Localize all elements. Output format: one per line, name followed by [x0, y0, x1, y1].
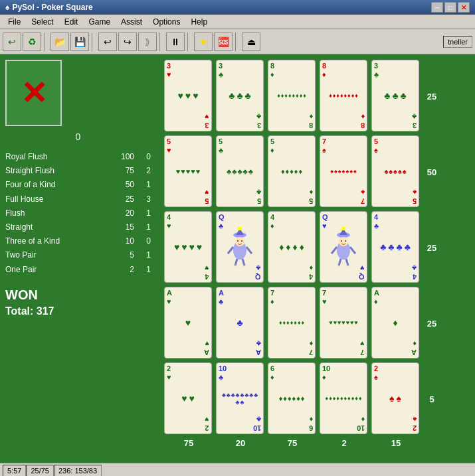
tool-star[interactable]: ★ — [194, 33, 213, 51]
tool-pause[interactable]: ⏸ — [166, 33, 185, 51]
card-3[interactable]: 8♦♦♦♦♦♦♦♦♦8♦ — [320, 60, 367, 131]
card-18[interactable]: 7♥♥♥♥♥♥♥♥7♥ — [320, 287, 367, 358]
card-pip: ♥ — [191, 167, 195, 175]
card-pip: ♦ — [279, 319, 282, 326]
row-score-1: 25 — [425, 60, 439, 133]
score-pts-fullhouse: 25 — [111, 193, 134, 206]
card-17[interactable]: 7♦♦♦♦♦♦♦♦7♦ — [268, 287, 316, 358]
toolbar: ↩ ♻ 📂 💾 ↩ ↪ ⟫ ⏸ ★ 🆘 ⏏ tneller — [0, 29, 475, 54]
menu-options[interactable]: Options — [147, 16, 185, 28]
tool-exit[interactable]: ⏏ — [242, 33, 260, 51]
card-pip: ♦ — [283, 319, 286, 326]
empty-card-slot[interactable]: ✕ — [5, 60, 62, 126]
tool-redo[interactable]: ↪ — [118, 33, 137, 51]
card-pip: ♦ — [329, 92, 332, 99]
card-8[interactable]: 7♠♠♠♠♠♠♠♠7♠ — [320, 135, 367, 207]
card-12[interactable]: 4♦♦♦♦♦4♦ — [268, 211, 316, 283]
minimize-button[interactable]: ─ — [431, 2, 443, 13]
card-pip: ♦ — [329, 395, 332, 402]
right-panel: 3♥♥♥♥3♥3♣♣♣♣3♣8♦♦♦♦♦♦♦♦♦8♦8♦♦♦♦♦♦♦♦♦8♦3♣… — [156, 54, 475, 463]
card-9[interactable]: 5♠♠♠♠♠♠5♠ — [371, 135, 419, 207]
card-13[interactable]: Q♥ Q♥ — [320, 211, 367, 283]
svg-line-4 — [228, 247, 233, 254]
score-row-onepair: One Pair 2 1 — [5, 263, 151, 277]
score-pts-onepair: 2 — [111, 264, 134, 276]
svg-line-7 — [242, 259, 244, 266]
card-pip: ♦ — [300, 92, 303, 99]
card-2[interactable]: 8♦♦♦♦♦♦♦♦♦8♦ — [268, 60, 316, 131]
card-4[interactable]: 3♣♣♣♣3♣ — [371, 60, 419, 131]
card-10[interactable]: 4♥♥♥♥♥4♥ — [164, 211, 212, 283]
card-22[interactable]: 6♦♦♦♦♦♦♦6♦ — [268, 362, 316, 434]
tool-open[interactable]: 📂 — [50, 33, 69, 51]
title-controls: ─ □ ✕ — [431, 2, 470, 13]
score-row-threekind: Three of a Kind 10 0 — [5, 234, 151, 248]
card-pip: ♣ — [243, 167, 248, 175]
card-14[interactable]: 4♣♣♣♣♣4♣ — [371, 211, 419, 283]
card-pip: ♣ — [248, 167, 253, 175]
card-pip: ♦ — [351, 395, 355, 402]
card-pip: ♦ — [294, 167, 298, 175]
menu-help[interactable]: Help — [185, 16, 213, 28]
tool-undo[interactable]: ↩ — [98, 33, 117, 51]
slot-score: 0 — [5, 131, 151, 142]
card-24[interactable]: 2♠♠♠2♠ — [371, 362, 419, 434]
col-score-1: 75 — [164, 438, 213, 448]
col-scores-panel: 75 20 75 2 15 — [164, 438, 470, 448]
score-count-flush: 1 — [134, 207, 151, 220]
card-0[interactable]: 3♥♥♥♥3♥ — [164, 60, 212, 131]
score-pts-straight: 15 — [111, 221, 134, 234]
card-pip: ♦ — [283, 394, 287, 402]
card-11[interactable]: Q♣ Q♣ — [216, 211, 264, 283]
score-count-onepair: 1 — [134, 264, 151, 276]
card-pip: ♦ — [286, 242, 290, 252]
svg-point-9 — [237, 240, 238, 242]
card-1[interactable]: 3♣♣♣♣3♣ — [216, 60, 264, 131]
score-row-straightflush: Straight Flush 75 2 — [5, 164, 151, 178]
row-score-3: 25 — [425, 211, 439, 284]
menu-select[interactable]: Select — [26, 16, 58, 28]
card-pip: ♣ — [237, 317, 242, 328]
svg-point-2 — [238, 227, 242, 230]
maximize-button[interactable]: □ — [444, 2, 456, 13]
card-21[interactable]: 10♣♣♣♣♣♣♣♣♣♣♣10♣ — [216, 362, 264, 434]
card-23[interactable]: 10♦♦♦♦♦♦♦♦♦♦♦10♦ — [320, 362, 367, 434]
title-bar: ♠ PySol - Poker Square ─ □ ✕ — [0, 0, 475, 15]
tool-restart[interactable]: ♻ — [23, 33, 41, 51]
card-pip: ♣ — [229, 90, 235, 101]
card-19[interactable]: A♦♦A♦ — [371, 287, 419, 358]
card-pip: ♣ — [240, 399, 244, 406]
card-7[interactable]: 5♦♦♦♦♦♦5♦ — [268, 135, 316, 207]
card-pip: ♦ — [301, 319, 304, 326]
card-pip: ♣ — [392, 90, 398, 101]
card-5[interactable]: 5♥♥♥♥♥♥5♥ — [164, 135, 212, 207]
card-pip: ♦ — [333, 92, 336, 99]
score-name-straightflush: Straight Flush — [5, 165, 111, 177]
menu-game[interactable]: Game — [83, 16, 116, 28]
score-pts-threekind: 10 — [111, 235, 134, 248]
tool-help2[interactable]: 🆘 — [214, 33, 233, 51]
status-time: 5:57 — [3, 465, 26, 477]
toolbar-separator-4 — [187, 33, 191, 51]
card-16[interactable]: A♣♣A♣ — [216, 287, 264, 358]
tool-autodrop[interactable]: ⟫ — [138, 33, 157, 51]
card-pip: ♣ — [401, 90, 407, 101]
tool-new[interactable]: ↩ — [3, 33, 21, 51]
tool-save[interactable]: 💾 — [70, 33, 89, 51]
card-pip: ♦ — [292, 394, 296, 402]
card-pip: ♦ — [290, 167, 294, 175]
card-pip: ♦ — [355, 395, 358, 402]
menu-edit[interactable]: Edit — [59, 16, 84, 28]
menu-assist[interactable]: Assist — [116, 16, 147, 28]
card-6[interactable]: 5♣♣♣♣♣♣5♣ — [216, 135, 264, 207]
card-pip: ♠ — [397, 393, 401, 404]
card-20[interactable]: 2♥♥♥2♥ — [164, 362, 212, 434]
card-pip: ♣ — [227, 392, 231, 398]
score-count-straightflush: 2 — [134, 165, 151, 177]
card-15[interactable]: A♥♥A♥ — [164, 287, 212, 358]
card-pip: ♦ — [292, 92, 296, 99]
close-button[interactable]: ✕ — [458, 2, 470, 13]
menu-file[interactable]: File — [3, 16, 26, 28]
score-row-fullhouse: Full House 25 3 — [5, 193, 151, 206]
card-pip: ♠ — [398, 167, 402, 175]
